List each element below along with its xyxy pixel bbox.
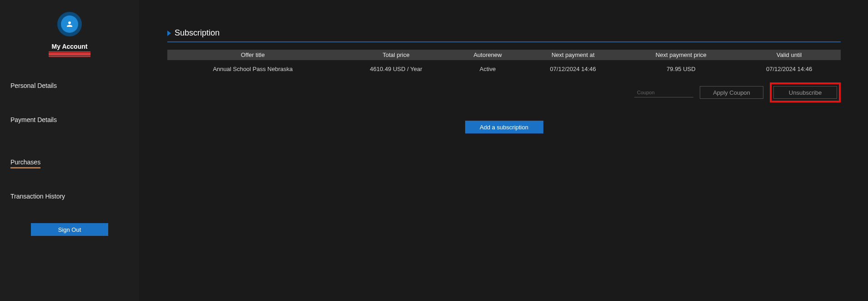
sidebar-nav: Personal Details Payment Details Purchas… [0,74,139,219]
add-subscription-button[interactable]: Add a subscription [465,121,543,133]
account-title: My Account [52,43,88,50]
sidebar: My Account Personal Details Payment Deta… [0,0,139,301]
redacted-name [49,53,90,56]
section-divider [167,41,841,42]
cell-autorenew: Active [454,60,522,78]
col-total-price: Total price [338,50,454,60]
caret-right-icon [167,31,171,36]
col-valid-until: Valid until [738,50,841,60]
avatar [57,12,82,36]
subscription-actions: Apply Coupon Unsubscribe [167,82,841,102]
col-next-payment-at: Next payment at [522,50,625,60]
unsubscribe-highlight: Unsubscribe [770,82,841,102]
col-offer-title: Offer title [167,50,338,60]
coupon-input[interactable] [634,88,693,97]
table-row: Annual School Pass Nebraska 4610.49 USD … [167,60,841,78]
sidebar-item-personal-details[interactable]: Personal Details [0,82,57,91]
sidebar-item-purchases[interactable]: Purchases [10,150,40,168]
sidebar-item-payment-details[interactable]: Payment Details [0,116,57,125]
sign-out-button[interactable]: Sign Out [31,223,108,236]
cell-total-price: 4610.49 USD / Year [338,60,454,78]
section-header: Subscription [167,28,841,38]
cell-next-payment-at: 07/12/2024 14:46 [522,60,625,78]
col-autorenew: Autorenew [454,50,522,60]
sidebar-item-transaction-history[interactable]: Transaction History [0,193,65,201]
table-header-row: Offer title Total price Autorenew Next p… [167,50,841,60]
apply-coupon-button[interactable]: Apply Coupon [700,86,763,99]
section-title: Subscription [175,28,220,38]
main-content: Subscription Offer title Total price Aut… [139,0,868,301]
cell-valid-until: 07/12/2024 14:46 [738,60,841,78]
unsubscribe-button[interactable]: Unsubscribe [773,86,837,99]
subscription-table: Offer title Total price Autorenew Next p… [167,50,841,78]
cell-next-payment-price: 79.95 USD [625,60,738,78]
user-icon [61,15,78,33]
col-next-payment-price: Next payment price [625,50,738,60]
cell-offer-title: Annual School Pass Nebraska [167,60,338,78]
